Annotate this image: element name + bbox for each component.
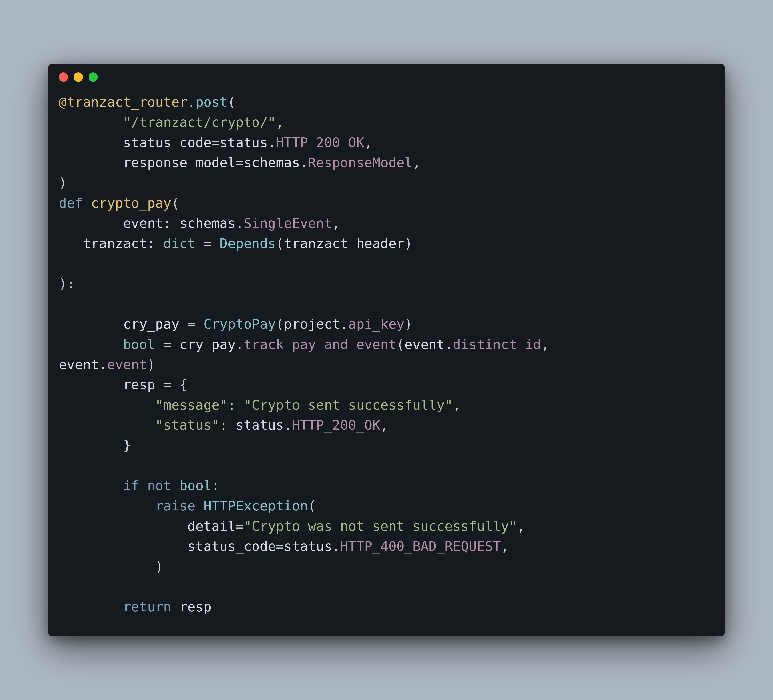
- close-icon[interactable]: [59, 72, 68, 82]
- keyword-return: return: [123, 599, 171, 615]
- msg-failure: "Crypto was not sent successfully": [244, 518, 517, 534]
- route-path: "/tranzact/crypto/": [123, 115, 276, 130]
- track-pay-method: track_pay_and_event: [244, 337, 396, 352]
- keyword-if: if: [123, 478, 139, 493]
- window-titlebar: [48, 64, 725, 82]
- decorator: @tranzact_router: [59, 94, 187, 110]
- code-window: @tranzact_router.post( "/tranzact/crypto…: [48, 64, 725, 636]
- zoom-icon[interactable]: [89, 72, 98, 82]
- keyword-def: def: [59, 196, 91, 211]
- depends-call: Depends: [220, 236, 276, 251]
- keyword-not: not: [147, 478, 171, 493]
- status-ok: HTTP_200_OK: [276, 135, 364, 150]
- method-post: post: [196, 94, 228, 110]
- code-block: @tranzact_router.post( "/tranzact/crypto…: [48, 82, 725, 636]
- http-exception: HTTPException: [204, 498, 308, 514]
- msg-success: "Crypto sent successfully": [244, 397, 453, 413]
- response-model: ResponseModel: [308, 155, 413, 171]
- status-bad-request: HTTP_400_BAD_REQUEST: [340, 539, 501, 554]
- cryptopay-ctor: CryptoPay: [204, 316, 276, 332]
- fn-name: crypto_pay: [91, 196, 171, 211]
- minimize-icon[interactable]: [74, 72, 83, 82]
- keyword-raise: raise: [155, 498, 196, 514]
